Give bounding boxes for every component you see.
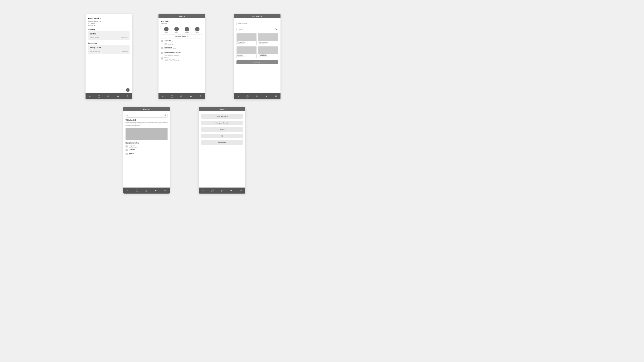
nav-settings-icon-3[interactable]: ⚙ <box>275 95 277 98</box>
weather-text: Weather Winter <box>129 153 134 155</box>
back-arrow-icon[interactable]: ← <box>160 15 162 17</box>
cat-food[interactable]: Food <box>195 27 199 33</box>
upcoming-trip-card[interactable]: Family Cruise Mar 7th – Mar 15th Anchora… <box>88 45 130 54</box>
cat-accommodations[interactable]: Accommodations Hotels, Airbnb, etc. <box>258 33 278 45</box>
ongoing-trip-card[interactable]: Ski Trip Jan 6th – Jan 12th Whistler, BC <box>88 31 130 40</box>
nav-friends-icon[interactable]: ☻ <box>117 95 119 98</box>
info-weather: Weather Winter <box>126 153 168 155</box>
nav-friends-icon-5[interactable]: ☻ <box>230 189 232 192</box>
date-divider: Saturday, January 7th <box>161 34 203 38</box>
discover-image <box>126 128 168 140</box>
nav-trips-icon-5[interactable]: ≡ <box>202 189 204 192</box>
itinerary-item-dinner[interactable]: Dinner The Grill Room – 6 pm 4599 Chatea… <box>161 57 203 61</box>
nav-profile-icon-4[interactable]: ◯ <box>136 189 138 192</box>
food-label: Food <box>196 32 198 33</box>
cat-activities-add[interactable]: Activities Activities, Tours, etc. <box>236 46 257 58</box>
nav-settings-icon-4[interactable]: ⚙ <box>164 189 166 192</box>
hotel-label: Hotel <box>175 32 178 33</box>
nav-discover-icon-4[interactable]: ◎ <box>145 189 147 192</box>
weather-value: Winter <box>129 154 134 155</box>
hotel-icon <box>174 27 179 31</box>
cat-hotel[interactable]: Hotel <box>174 27 179 33</box>
language-dot <box>126 145 128 148</box>
travel-documents-button[interactable]: Travel Documents <box>201 114 243 119</box>
account-nav-bar: ≡ ◯ ◎ ☻ ⚙ <box>199 188 245 194</box>
itinerary-item-hotel[interactable]: Fairmont Chateau Whistler Check-in 4 pm … <box>161 52 203 56</box>
nav-discover-icon-2[interactable]: ◎ <box>180 95 182 98</box>
info-language: Language Canadian English <box>126 145 168 148</box>
cat-activities[interactable]: Activities <box>185 27 189 33</box>
discover-search-input[interactable] <box>126 114 168 118</box>
nav-profile-icon-2[interactable]: ◯ <box>171 95 173 98</box>
create-button[interactable]: CREATE <box>236 60 278 64</box>
nav-trips-icon-3[interactable]: ≡ <box>237 95 239 98</box>
accommodations-img <box>258 33 278 41</box>
food-drinks-label: Food & Drinks <box>258 54 278 56</box>
nav-discover-icon-5[interactable]: ◎ <box>221 189 223 192</box>
itinerary-item-flight[interactable]: YYZ – YVR Air Canada AC 302 9 am Flights… <box>161 40 203 46</box>
settings-button[interactable]: Settings <box>201 127 243 132</box>
shuttle-text: Hotel Shuttle Fairmont Chateau Whistler … <box>165 47 177 51</box>
help-button[interactable]: Help <box>201 134 243 138</box>
nav-settings-icon-2[interactable]: ⚙ <box>199 95 202 98</box>
shuttle-dot <box>161 47 163 49</box>
location-search-icon: 🔍 <box>275 28 277 30</box>
ongoing-trip-location: Whistler, BC <box>121 37 128 38</box>
nav-discover-icon-3[interactable]: ◎ <box>256 95 258 98</box>
notifications-button[interactable]: Notifications <box>201 140 243 145</box>
greeting-text: Hello Monica <box>88 17 130 20</box>
account-top-bar: ← Account <box>199 107 245 111</box>
nav-friends-icon-2[interactable]: ☻ <box>190 95 192 98</box>
cat-flights[interactable]: Flights <box>164 27 169 33</box>
location-input[interactable] <box>236 28 278 31</box>
discover-top-bar-title: Discover <box>143 108 150 110</box>
activities-add-img <box>237 47 256 54</box>
discover-search-container: 🔍 <box>126 113 168 118</box>
dinner-sub2: 4599 Chateau Blvd., Whistler, BC <box>165 60 179 62</box>
add-back-arrow-icon[interactable]: ← <box>236 15 238 17</box>
nav-settings-icon-5[interactable]: ⚙ <box>240 189 242 192</box>
account-back-arrow-icon[interactable]: ← <box>200 108 203 110</box>
add-top-bar: ← Add New Trip <box>234 14 280 18</box>
transportation-img <box>237 33 256 41</box>
itinerary-item-shuttle[interactable]: Hotel Shuttle Fairmont Chateau Whistler … <box>161 47 203 51</box>
activities-add-sub: Activities, Tours, etc. <box>237 56 256 58</box>
activities-icon <box>185 27 189 31</box>
category-grid: Transportation Flights, Trains, etc. Acc… <box>236 33 278 58</box>
flights-icon <box>164 27 169 31</box>
upcoming-trip-dates: Mar 7th – Mar 15th <box>90 51 100 52</box>
discover-top-bar: ← Discover <box>123 107 170 111</box>
transportation-sub: Flights, Trains, etc. <box>237 43 256 45</box>
ongoing-trip-meta: Jan 6th – Jan 12th Whistler, BC <box>90 37 128 38</box>
cat-food-drinks[interactable]: Food & Drinks Cafes, Restaurants, etc. <box>258 46 278 58</box>
itinerary-list: YYZ – YVR Air Canada AC 302 9 am Flights… <box>158 38 205 63</box>
screen-add-trip: ← Add New Trip 🔍 Transportation Flights,… <box>234 14 280 99</box>
nav-trips-icon[interactable]: ≡ <box>89 95 90 98</box>
nav-discover-icon[interactable]: ◎ <box>107 95 109 98</box>
food-icon <box>195 27 199 31</box>
fab-add-button[interactable]: + <box>126 88 130 92</box>
nav-profile-icon-5[interactable]: ◯ <box>211 189 214 192</box>
ongoing-label: Ongoing <box>88 28 130 30</box>
nav-settings-icon[interactable]: ⚙ <box>127 95 129 98</box>
emergency-contacts-button[interactable]: Emergency Contacts <box>201 121 243 125</box>
currency-value: Canadian Dollar <box>129 150 136 152</box>
nav-trips-icon-4[interactable]: ≡ <box>127 189 128 192</box>
food-drinks-img <box>258 47 278 54</box>
nav-trips-icon-2[interactable]: ≡ <box>162 95 163 98</box>
hotel-sub2: 4599 Chateau Blvd., Whistler, BC <box>165 55 181 56</box>
flight-dot <box>161 40 163 42</box>
ongoing-trip-name: Ski Trip <box>90 33 128 35</box>
discover-back-arrow-icon[interactable]: ← <box>125 108 127 110</box>
screen-trip-detail: ← Ongoing Ski Trip Whistler, BC Flights … <box>158 14 205 99</box>
trip-name-input[interactable] <box>236 22 278 25</box>
nav-friends-icon-4[interactable]: ☻ <box>154 189 157 192</box>
accommodations-sub: Hotels, Airbnb, etc. <box>258 43 278 45</box>
nav-profile-icon[interactable]: ◯ <box>98 95 100 98</box>
screen-discover: ← Discover 🔍 Whistler, BC Excepteur sint… <box>123 107 170 194</box>
accommodations-label: Accommodations <box>258 41 278 43</box>
cat-transportation[interactable]: Transportation Flights, Trains, etc. <box>236 33 257 45</box>
language-text: Language Canadian English <box>129 145 137 148</box>
nav-profile-icon-3[interactable]: ◯ <box>246 95 249 98</box>
nav-friends-icon-3[interactable]: ☻ <box>265 95 267 98</box>
